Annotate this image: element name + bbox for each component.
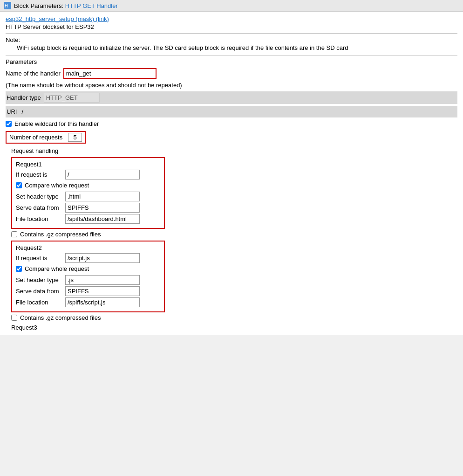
num-requests-label: Number of requests — [9, 134, 62, 141]
request1-if-input[interactable] — [65, 170, 140, 179]
request1-if-label: If request is — [16, 171, 62, 178]
request2-header-row: Set header type — [16, 275, 160, 285]
num-requests-input[interactable] — [68, 133, 82, 142]
enable-wildcard-label: Enable wildcard for this handler — [14, 120, 99, 127]
request2-header-label: Set header type — [16, 276, 62, 283]
link-line[interactable]: esp32_http_server_setup (mask) (link) — [6, 15, 457, 22]
request1-header-row: Set header type — [16, 192, 160, 201]
svg-text:H: H — [5, 3, 8, 8]
request2-serve-label: Serve data from — [16, 288, 62, 295]
main-content: esp32_http_server_setup (mask) (link) HT… — [0, 12, 463, 335]
request1-serve-input[interactable] — [65, 203, 140, 213]
note-text: WiFi setup block is required to initiali… — [6, 44, 457, 51]
request1-header-input[interactable] — [65, 192, 140, 201]
handler-type-row: Handler type HTTP_GET — [6, 91, 457, 104]
request2-file-label: File location — [16, 299, 62, 306]
request1-file-label: File location — [16, 215, 62, 222]
contains-gz-row-1: Contains .gz compressed files — [11, 231, 452, 238]
uri-input[interactable] — [20, 107, 456, 116]
title-bar-text: Block Parameters: HTTP GET Handler — [14, 2, 118, 9]
request3-label: Request3 — [6, 324, 457, 331]
note-label: Note: — [6, 36, 457, 43]
request2-file-input[interactable] — [65, 297, 140, 307]
request1-compare-checkbox[interactable] — [16, 182, 22, 188]
request2-if-row: If request is — [16, 253, 160, 263]
request2-serve-input[interactable] — [65, 286, 140, 296]
request2-if-input[interactable] — [65, 253, 140, 263]
request2-header-input[interactable] — [65, 275, 140, 285]
note-section: Note: WiFi setup block is required to in… — [6, 36, 457, 51]
handler-type-label: Handler type — [7, 94, 41, 101]
num-requests-box: Number of requests — [6, 131, 86, 144]
request2-if-label: If request is — [16, 255, 62, 262]
handler-name-input[interactable] — [63, 68, 157, 79]
contains-gz-row-2: Contains .gz compressed files — [11, 314, 452, 321]
request2-compare-label: Compare whole request — [25, 265, 89, 272]
request1-compare-row: Compare whole request — [16, 181, 160, 190]
enable-wildcard-row: Enable wildcard for this handler — [6, 119, 457, 128]
params-label: Parameters — [6, 58, 457, 65]
request1-block: Request1 If request is Compare whole req… — [11, 157, 165, 229]
title-bar: H Block Parameters: HTTP GET Handler — [0, 0, 463, 12]
handler-name-hint: (The name should be without spaces and s… — [6, 81, 457, 90]
request1-file-row: File location — [16, 214, 160, 224]
request1-label: Request1 — [16, 161, 160, 168]
request2-label: Request2 — [16, 244, 160, 251]
contains-gz-label-2: Contains .gz compressed files — [20, 314, 101, 321]
block-icon: H — [4, 2, 11, 9]
contains-gz-label-1: Contains .gz compressed files — [20, 231, 101, 238]
enable-wildcard-checkbox[interactable] — [6, 121, 12, 127]
request1-serve-label: Serve data from — [16, 204, 62, 211]
contains-gz-checkbox-1[interactable] — [11, 231, 17, 237]
handler-name-label: Name of the handler — [6, 70, 61, 77]
request2-compare-row: Compare whole request — [16, 264, 160, 273]
handler-type-value: HTTP_GET — [44, 93, 100, 103]
request1-file-input[interactable] — [65, 214, 140, 224]
num-requests-row: Number of requests — [6, 130, 457, 145]
contains-gz-checkbox-2[interactable] — [11, 315, 17, 321]
request2-compare-checkbox[interactable] — [16, 266, 22, 272]
request2-serve-row: Serve data from — [16, 286, 160, 296]
request2-block: Request2 If request is Compare whole req… — [11, 241, 165, 312]
request-handling-label: Request handling — [6, 147, 457, 154]
uri-row: URI — [6, 106, 457, 117]
uri-label: URI — [7, 108, 17, 115]
handler-name-row: Name of the handler — [6, 68, 457, 79]
request2-file-row: File location — [16, 297, 160, 307]
request1-header-label: Set header type — [16, 193, 62, 200]
request1-serve-row: Serve data from — [16, 203, 160, 213]
request1-compare-label: Compare whole request — [25, 182, 89, 189]
subtitle: HTTP Server blockset for ESP32 — [6, 23, 457, 30]
request1-if-row: If request is — [16, 170, 160, 179]
